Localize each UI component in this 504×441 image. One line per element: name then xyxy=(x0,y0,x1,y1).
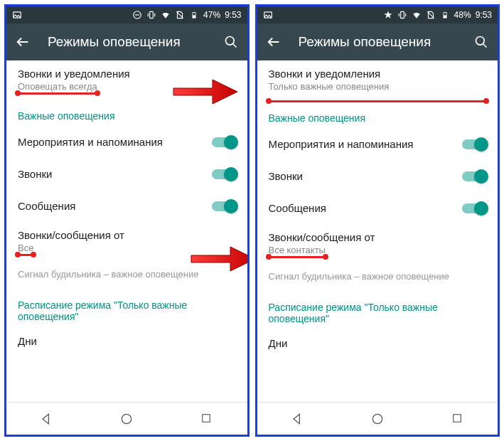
switch-on-icon[interactable] xyxy=(462,139,486,149)
nav-back-icon[interactable] xyxy=(290,412,304,426)
row-subtitle: Все xyxy=(18,243,33,256)
svg-point-7 xyxy=(122,414,132,423)
back-button[interactable] xyxy=(266,34,282,50)
page-title: Режимы оповещения xyxy=(299,34,457,50)
settings-list: Звонки и уведомления Только важные опове… xyxy=(257,60,498,402)
svg-rect-12 xyxy=(444,15,446,18)
row-subtitle: Только важные оповещения xyxy=(269,81,390,92)
phone-left: 47% 9:53 Режимы оповещения Звонки и увед… xyxy=(4,4,250,437)
svg-point-6 xyxy=(225,37,234,46)
section-schedule: Расписание режима "Только важные оповеще… xyxy=(257,292,498,329)
clock: 9:53 xyxy=(225,10,241,20)
wifi-icon xyxy=(161,10,171,20)
svg-rect-13 xyxy=(444,12,446,13)
messages-toggle[interactable]: Сообщения xyxy=(257,192,498,224)
battery-percent: 47% xyxy=(203,10,220,20)
toggle-label: Мероприятия и напоминания xyxy=(18,136,163,148)
annotation-underline xyxy=(269,100,487,102)
battery-percent: 48% xyxy=(454,10,471,20)
svg-rect-8 xyxy=(203,414,210,422)
calls-notifications-row[interactable]: Звонки и уведомления Оповещать всегда xyxy=(6,60,247,100)
toggle-label: Звонки xyxy=(18,168,52,180)
nav-bar xyxy=(257,402,498,435)
events-reminders-toggle[interactable]: Мероприятия и напоминания xyxy=(257,128,498,160)
alarm-footnote: Сигнал будильника – важное оповещение xyxy=(257,264,498,292)
events-reminders-toggle[interactable]: Мероприятия и напоминания xyxy=(6,126,247,158)
calls-toggle[interactable]: Звонки xyxy=(6,158,247,190)
page-title: Режимы оповещения xyxy=(48,34,206,50)
switch-on-icon[interactable] xyxy=(212,201,236,211)
toggle-label: Сообщения xyxy=(269,202,326,214)
row-title: Дни xyxy=(18,335,236,347)
svg-rect-16 xyxy=(453,414,461,422)
alarm-footnote: Сигнал будильника – важное оповещение xyxy=(6,262,247,289)
battery-icon xyxy=(189,10,199,20)
status-bar: 47% 9:53 xyxy=(6,6,247,23)
toggle-label: Мероприятия и напоминания xyxy=(269,138,414,150)
toggle-label: Сообщения xyxy=(18,200,75,212)
no-sim-icon xyxy=(426,10,436,20)
calls-notifications-row[interactable]: Звонки и уведомления Только важные опове… xyxy=(257,60,498,97)
row-title: Дни xyxy=(269,337,487,349)
section-schedule: Расписание режима "Только важные оповеще… xyxy=(6,289,247,326)
section-priority: Важные оповещения xyxy=(257,102,498,128)
days-row[interactable]: Дни xyxy=(6,326,247,356)
settings-list: Звонки и уведомления Оповещать всегда Ва… xyxy=(6,60,247,402)
row-title: Звонки/сообщения от xyxy=(18,229,236,241)
back-button[interactable] xyxy=(15,34,31,50)
row-subtitle: Все контакты xyxy=(269,245,326,258)
phone-right: 48% 9:53 Режимы оповещения Звонки и увед… xyxy=(255,4,500,437)
messages-toggle[interactable]: Сообщения xyxy=(6,190,247,222)
switch-on-icon[interactable] xyxy=(212,169,236,179)
nav-recent-icon[interactable] xyxy=(200,412,214,426)
row-title: Звонки и уведомления xyxy=(18,68,236,80)
nav-recent-icon[interactable] xyxy=(451,412,465,426)
calls-messages-from-row[interactable]: Звонки/сообщения от Все контакты xyxy=(257,224,498,264)
clock: 9:53 xyxy=(476,10,492,20)
switch-on-icon[interactable] xyxy=(462,171,486,181)
calls-toggle[interactable]: Звонки xyxy=(257,160,498,192)
switch-on-icon[interactable] xyxy=(212,137,236,147)
svg-point-15 xyxy=(372,414,382,423)
days-row[interactable]: Дни xyxy=(257,329,498,358)
picture-icon xyxy=(263,10,273,20)
nav-back-icon[interactable] xyxy=(39,412,53,426)
app-bar: Режимы оповещения xyxy=(257,23,498,60)
star-icon xyxy=(383,10,393,20)
toggle-label: Звонки xyxy=(269,170,303,182)
picture-icon xyxy=(12,10,22,20)
app-bar: Режимы оповещения xyxy=(6,23,247,60)
row-title: Звонки/сообщения от xyxy=(269,231,487,243)
dnd-icon xyxy=(132,10,142,20)
row-title: Звонки и уведомления xyxy=(269,68,487,80)
battery-icon xyxy=(440,10,450,20)
no-sim-icon xyxy=(175,10,185,20)
section-priority: Важные оповещения xyxy=(6,100,247,126)
svg-rect-2 xyxy=(150,11,154,18)
wifi-icon xyxy=(412,10,422,20)
svg-rect-5 xyxy=(193,12,195,13)
svg-rect-10 xyxy=(400,11,404,18)
vibrate-icon xyxy=(146,10,156,20)
nav-bar xyxy=(6,402,247,435)
nav-home-icon[interactable] xyxy=(370,412,385,426)
svg-point-14 xyxy=(476,37,485,46)
search-button[interactable] xyxy=(473,34,489,50)
switch-on-icon[interactable] xyxy=(462,203,486,213)
vibrate-icon xyxy=(397,10,407,20)
status-bar: 48% 9:53 xyxy=(257,6,498,23)
calls-messages-from-row[interactable]: Звонки/сообщения от Все xyxy=(6,222,247,262)
search-button[interactable] xyxy=(223,34,239,50)
nav-home-icon[interactable] xyxy=(119,412,134,426)
svg-rect-4 xyxy=(193,15,195,18)
row-subtitle: Оповещать всегда xyxy=(18,81,97,95)
